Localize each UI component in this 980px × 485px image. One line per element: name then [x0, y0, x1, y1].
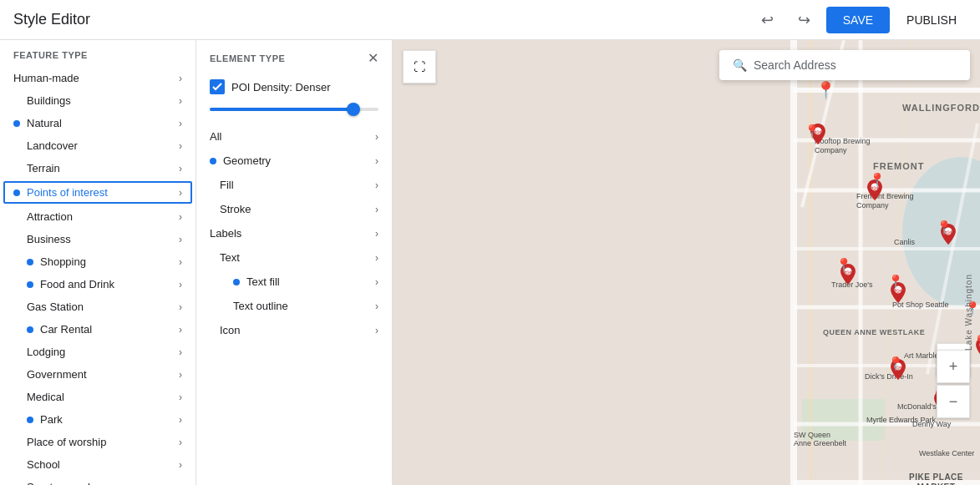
element-item-icon[interactable]: Icon ›: [196, 318, 392, 342]
poi-density-checkbox[interactable]: [210, 79, 225, 94]
feature-item-medical[interactable]: Medical ›: [0, 386, 195, 408]
feature-label: Car Rental: [40, 323, 92, 336]
place-dicks-1: Dick's Drive-In: [865, 372, 913, 381]
app-header: Style Editor ↩ ↪ SAVE PUBLISH: [0, 0, 980, 40]
element-label: Labels: [210, 227, 241, 240]
feature-item-landcover[interactable]: Landcover ›: [0, 134, 195, 157]
poi-density-control[interactable]: POI Density: Denser: [196, 73, 392, 104]
feature-item-park[interactable]: Park ›: [0, 408, 195, 431]
poi-pin: 📍: [804, 124, 820, 139]
chevron-icon: ›: [375, 301, 378, 312]
map-area[interactable]: WALLINGFORD FREMONT LAURELHURST EASTLAKE…: [393, 40, 980, 485]
feature-item-government[interactable]: Government ›: [0, 363, 195, 386]
feature-item-terrain[interactable]: Terrain ›: [0, 157, 195, 179]
feature-type-panel: Feature type Human-made › Buildings › Na…: [0, 40, 196, 485]
place-rooftop-brewing: Rooftop BrewingCompany: [815, 137, 871, 155]
publish-button[interactable]: PUBLISH: [896, 7, 967, 33]
element-item-text[interactable]: Text ›: [196, 245, 392, 270]
feature-item-school[interactable]: School ›: [0, 453, 195, 476]
dot-indicator: [27, 259, 33, 265]
feature-panel-heading: Feature type: [0, 40, 195, 67]
feature-label: Park: [40, 413, 63, 426]
fullscreen-button[interactable]: ⛶: [403, 50, 436, 83]
chevron-icon: ›: [375, 252, 378, 264]
close-button[interactable]: ✕: [368, 50, 378, 66]
chevron-icon: ›: [375, 131, 378, 143]
feature-item-sports-complex[interactable]: Sports complex ›: [0, 476, 195, 485]
place-pot-shop: Pot Shop Seattle: [892, 301, 949, 309]
element-item-text-fill[interactable]: Text fill ›: [196, 270, 392, 294]
poi-pin: 📍: [887, 356, 904, 371]
map-label-fremont: FREMONT: [873, 161, 924, 171]
chevron-icon: ›: [179, 459, 182, 471]
poi-pin: 📍: [887, 274, 904, 290]
feature-item-shopping[interactable]: Shopping ›: [0, 250, 195, 273]
element-label: Fill: [220, 179, 234, 191]
feature-label: Government: [27, 368, 87, 381]
density-slider-thumb[interactable]: [347, 103, 360, 116]
feature-item-attraction[interactable]: Attraction ›: [0, 205, 195, 228]
feature-label: Gas Station: [27, 301, 84, 313]
chevron-icon: ›: [375, 325, 378, 336]
chevron-icon: ›: [179, 256, 182, 268]
place-sw-queen-anne: SW QueenAnne Greenbelt: [794, 431, 846, 447]
map-label-wallingford: WALLINGFORD: [902, 103, 980, 113]
chevron-icon: ›: [179, 414, 182, 426]
place-westlake-center: Westlake Center: [919, 449, 974, 457]
chevron-icon: ›: [179, 279, 182, 290]
dot-indicator: [27, 281, 33, 288]
element-panel-header: Element type ✕: [196, 40, 392, 73]
feature-label: Natural: [27, 117, 62, 129]
place-fremont-brewing: Fremont BrewingCompany: [856, 192, 914, 210]
element-item-geometry[interactable]: Geometry ›: [196, 149, 392, 173]
poi-pin: 📍: [869, 172, 886, 188]
feature-item-business[interactable]: Business ›: [0, 228, 195, 250]
feature-label: Human-made: [13, 72, 79, 84]
feature-item-place-of-worship[interactable]: Place of worship ›: [0, 431, 195, 453]
feature-item-points-of-interest[interactable]: Points of interest ›: [3, 181, 192, 204]
feature-item-buildings[interactable]: Buildings ›: [0, 89, 195, 112]
feature-label: Business: [27, 233, 71, 245]
save-button[interactable]: SAVE: [826, 7, 890, 33]
chevron-icon: ›: [179, 140, 182, 152]
density-slider-fill: [210, 108, 353, 111]
element-item-stroke[interactable]: Stroke ›: [196, 197, 392, 221]
feature-item-natural[interactable]: Natural ›: [0, 112, 195, 134]
zoom-in-button[interactable]: +: [937, 350, 970, 383]
feature-item-car-rental[interactable]: Car Rental ›: [0, 318, 195, 341]
feature-item-lodging[interactable]: Lodging ›: [0, 341, 195, 363]
app-title: Style Editor: [13, 11, 90, 28]
undo-button[interactable]: ↩: [753, 5, 783, 35]
feature-item-human-made[interactable]: Human-made ›: [0, 67, 195, 89]
search-bar[interactable]: 🔍 Search Address: [719, 50, 970, 80]
element-item-all[interactable]: All ›: [196, 124, 392, 149]
element-item-text-outline[interactable]: Text outline ›: [196, 294, 392, 318]
place-denny-way: Denny Way: [912, 420, 951, 428]
element-item-fill[interactable]: Fill ›: [196, 173, 392, 197]
element-label: Text outline: [233, 300, 288, 312]
element-label: All: [210, 130, 221, 143]
feature-item-food-drink[interactable]: Food and Drink ›: [0, 273, 195, 296]
dot-indicator: [233, 279, 240, 285]
density-slider-track[interactable]: [210, 108, 378, 111]
feature-label: School: [27, 458, 60, 471]
place-canlis: Canlis: [894, 238, 915, 246]
zoom-out-button[interactable]: −: [937, 385, 970, 418]
poi-pin: 📍: [835, 257, 852, 273]
dot-indicator: [13, 189, 20, 196]
map-label-queen-anne: QUEEN ANNE WESTLAKE: [823, 328, 925, 336]
element-panel-heading: Element type: [210, 53, 285, 63]
chevron-icon: ›: [179, 73, 182, 84]
feature-label: Points of interest: [27, 186, 108, 199]
chevron-icon: ›: [179, 301, 182, 313]
feature-label: Attraction: [27, 210, 73, 223]
element-item-labels[interactable]: Labels ›: [196, 221, 392, 245]
poi-pin: 📍: [815, 80, 836, 100]
redo-button[interactable]: ↪: [790, 5, 820, 35]
chevron-icon: ›: [179, 187, 182, 199]
poi-density-label: POI Density: Denser: [231, 81, 331, 93]
feature-item-gas-station[interactable]: Gas Station ›: [0, 296, 195, 318]
chevron-icon: ›: [179, 234, 182, 245]
feature-label: Sports complex: [27, 481, 102, 485]
chevron-icon: ›: [375, 276, 378, 288]
